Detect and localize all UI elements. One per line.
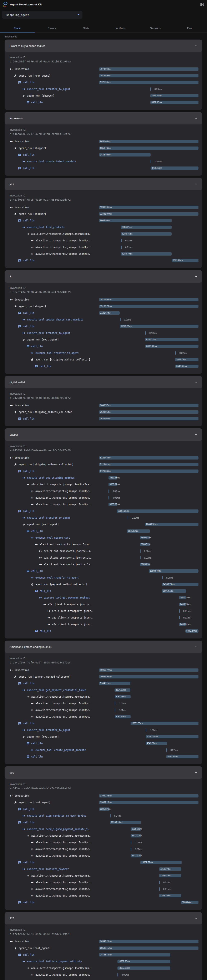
trace-row[interactable]: ↦ invocation 20543.21ms <box>10 938 199 945</box>
trace-row[interactable]: call_llm 3438.40ms <box>10 151 199 158</box>
trace-row[interactable]: ↦ execute_tool get_payment_credential_to… <box>10 687 199 694</box>
trace-row[interactable]: ↦ a2a.client.transports.jsonrpc.JsonRpcT… <box>10 965 199 972</box>
trace-row[interactable]: ↦ invocation 12335.95ms <box>10 204 199 211</box>
invocation-card-header[interactable]: American Express ending in 4444 <box>5 641 202 653</box>
trace-row[interactable]: agent_run [root_agent] 33057.13ms <box>10 799 199 806</box>
trace-row[interactable]: ↦ execute_tool get_payment_methods 2461.… <box>10 594 199 601</box>
trace-row[interactable]: ↦ execute_tool find_products 6306.31ms <box>10 224 199 231</box>
chevron-up-icon[interactable] <box>195 917 197 920</box>
trace-row[interactable]: call_llm 4042.30ms <box>10 740 199 747</box>
trace-row[interactable]: ↦ execute_tool send_signed_payment_manda… <box>10 826 199 832</box>
trace-row[interactable]: ↦ execute_tool create_intent_mandate 0.2… <box>10 158 199 165</box>
trace-row[interactable]: ↦ a2a.client.transports.jsonrpc.Js… 0.02… <box>10 548 199 554</box>
trace-row[interactable]: call_llm 19802.49ms <box>10 568 199 574</box>
trace-row[interactable]: ↦ a2a.client.transports.jsonrpc.JsonRpc…… <box>10 892 199 899</box>
trace-row[interactable]: ↦ invocation 5125.54ms <box>10 455 199 461</box>
agent-selector[interactable]: shopping_agent <box>2 11 83 19</box>
trace-row[interactable]: call_llm 8835.52ms <box>10 528 199 535</box>
trace-row[interactable]: call_llm 3323.90ms <box>10 257 199 264</box>
collapse-panel-icon[interactable] <box>200 2 204 6</box>
trace-row[interactable]: ↦ execute_tool update_chosen_cart_mandat… <box>10 316 199 323</box>
trace-row[interactable]: ↦ invocation 6651.06ms <box>10 138 199 145</box>
trace-row[interactable]: call_llm 3395.87ms <box>10 806 199 813</box>
trace-row[interactable]: ↦ execute_tool initiate_payment 7359.37m… <box>10 866 199 872</box>
trace-row[interactable]: ↦ a2a.client.transports.jsonr… 0.01ms <box>10 608 199 614</box>
tab-sessions[interactable]: Sessions <box>138 24 173 32</box>
trace-row[interactable]: ↦ a2a.client.transports.jsonrpc.Js… 3885… <box>10 561 199 568</box>
invocation-card-header[interactable]: 3 <box>5 270 202 283</box>
trace-row[interactable]: ↦ a2a.client.transports.jsonrpc… 2460.70… <box>10 601 199 608</box>
chevron-up-icon[interactable] <box>195 381 197 383</box>
trace-row[interactable]: agent_run [payment_method_collector] 190… <box>10 673 199 680</box>
trace-row[interactable]: ↦ a2a.client.transports.jsonrpc.JsonRpc…… <box>10 972 199 978</box>
trace-row[interactable]: ↦ a2a.client.transports.jsonrpc.Json… 38… <box>10 541 199 548</box>
trace-row[interactable]: ↦ execute_tool transfer_to_agent 0.26ms <box>10 86 199 92</box>
trace-row[interactable]: ↦ execute_tool transfer_to_agent 0.22ms <box>10 350 199 356</box>
tab-state[interactable]: State <box>69 24 104 32</box>
invocation-card-header[interactable]: digital wallet <box>5 376 202 388</box>
trace-row[interactable]: ↦ a2a.client.transports.jsonr… 2460.31ms <box>10 621 199 628</box>
trace-row[interactable]: call_llm 32961.25ms <box>10 508 199 514</box>
chevron-up-icon[interactable] <box>195 433 197 436</box>
trace-row[interactable]: ↦ a2a.client.transports.jsonrpc.JsonRpc…… <box>10 495 199 501</box>
trace-row[interactable]: call_llm 11979.09ms <box>10 323 199 330</box>
trace-row[interactable]: ↦ a2a.client.transports.jsonrpc.JsonRpc…… <box>10 846 199 853</box>
trace-row[interactable]: ↦ execute_tool get_shipping_address 3319… <box>10 474 199 481</box>
trace-row[interactable]: ↦ a2a.client.transports.jsonrpc.JsonRpc…… <box>10 839 199 846</box>
trace-row[interactable]: call_llm 5120.66ms <box>10 468 199 474</box>
trace-row[interactable]: call_llm 5806.64ms <box>10 899 199 906</box>
trace-row[interactable]: call_llm 3632.96ms <box>10 415 199 422</box>
trace-row[interactable]: call_llm 3540.45ms <box>10 363 199 370</box>
trace-row[interactable]: agent_run [root_agent] 20539.15ms <box>10 945 199 951</box>
tab-artifacts[interactable]: Artifacts <box>104 24 138 32</box>
trace-row[interactable]: call_llm 8096.61ms <box>10 343 199 350</box>
trace-row[interactable]: ↦ a2a.client.transports.jsonrpc.JsonRpc…… <box>10 853 199 859</box>
trace-row[interactable]: ↦ a2a.client.transports.jsonrpc.JsonRpcT… <box>10 832 199 839</box>
trace-row[interactable]: agent_run [root_agent] 7974.59ms <box>10 72 199 79</box>
invocation-card-header[interactable]: I want to buy a coffee maker. <box>5 40 202 52</box>
trace-row[interactable]: agent_run [root_agent] 8100.71ms <box>10 336 199 343</box>
trace-row[interactable]: agent_run [shipping_address_collector] 3… <box>10 409 199 415</box>
trace-row[interactable]: ↦ a2a.client.transports.jsonrpc.JsonRpcT… <box>10 481 199 488</box>
trace-row[interactable]: agent_run [shipping_address_collector] 5… <box>10 461 199 468</box>
trace-row[interactable]: ↦ a2a.client.transports.jsonrpc.JsonRpc…… <box>10 713 199 720</box>
trace-row[interactable]: ↦ invocation 7974.94ms <box>10 66 199 72</box>
tab-trace[interactable]: Trace <box>0 24 35 32</box>
trace-row[interactable]: agent_run [shopper] 12335.07ms <box>10 211 199 217</box>
trace-row[interactable]: agent_run [shopper] 15106.79ms <box>10 303 199 310</box>
trace-row[interactable]: ↦ execute_tool transfer_to_agent 0.24ms <box>10 727 199 733</box>
trace-row[interactable]: call_llm 10265.18ms <box>10 819 199 826</box>
trace-row[interactable]: call_llm 7971.20ms <box>10 79 199 86</box>
trace-row[interactable]: ↦ execute_tool transfer_to_agent 0.19ms <box>10 514 199 521</box>
trace-row[interactable]: ↦ a2a.client.transports.jsonrpc.JsonRpc…… <box>10 251 199 257</box>
trace-row[interactable]: ↦ a2a.client.transports.jsonr… 0.01ms <box>10 614 199 621</box>
trace-row[interactable]: call_llm 3206.83ms <box>10 165 199 172</box>
trace-row[interactable]: agent_run [root_agent] 10187.34ms <box>10 733 199 740</box>
chevron-up-icon[interactable] <box>195 183 197 185</box>
trace-row[interactable]: call_llm 5984.21ms <box>10 680 199 687</box>
trace-row[interactable]: ↦ invocation 19068.77ms <box>10 667 199 673</box>
trace-row[interactable]: ↦ a2a.client.transports.jsonrpc.JsonRpc…… <box>10 488 199 495</box>
invocation-card-header[interactable]: espresson <box>5 112 202 124</box>
invocation-card-header[interactable]: paypal <box>5 428 202 441</box>
chevron-up-icon[interactable] <box>195 646 197 648</box>
chevron-up-icon[interactable] <box>195 117 197 119</box>
trace-row[interactable]: ↦ a2a.client.transports.jsonrpc.JsonRpcT… <box>10 694 199 700</box>
trace-row[interactable]: agent_run [shopper] 6650.46ms <box>10 145 199 151</box>
trace-row[interactable]: call_llm 5040.27ms <box>10 628 199 634</box>
trace-row[interactable]: agent_run [payment_method_collector] 145… <box>10 581 199 588</box>
trace-row[interactable]: call_llm 13562.77ms <box>10 859 199 866</box>
trace-row[interactable]: ↦ invocation 3640.57ms <box>10 402 199 409</box>
trace-row[interactable]: ↦ a2a.client.transports.jsonrpc.JsonRpc…… <box>10 879 199 886</box>
trace-row[interactable]: call_llm 3861.96ms <box>10 99 199 106</box>
trace-row[interactable]: ↦ execute_tool transfer_to_agent 0.20ms <box>10 574 199 581</box>
trace-row[interactable]: ↦ a2a.client.transports.jsonrpc.JsonRpc…… <box>10 700 199 707</box>
trace-row[interactable]: ↦ execute_tool sign_mandates_on_user_dev… <box>10 813 199 819</box>
trace-row[interactable]: ↦ a2a.client.transports.jsonrpc.JsonRpc…… <box>10 886 199 892</box>
invocation-card-header[interactable]: 123 <box>5 912 202 924</box>
trace-row[interactable]: ↦ execute_tool transfer_to_agent 0.19ms <box>10 330 199 336</box>
tab-eval[interactable]: Eval <box>172 24 207 32</box>
trace-row[interactable]: ↦ a2a.client.transports.jsonrpc.Js… 0.01… <box>10 554 199 561</box>
trace-row[interactable]: call_llm 3121.67ms <box>10 310 199 316</box>
trace-row[interactable]: ↦ a2a.client.transports.jsonrpc.JsonRpc…… <box>10 978 199 980</box>
